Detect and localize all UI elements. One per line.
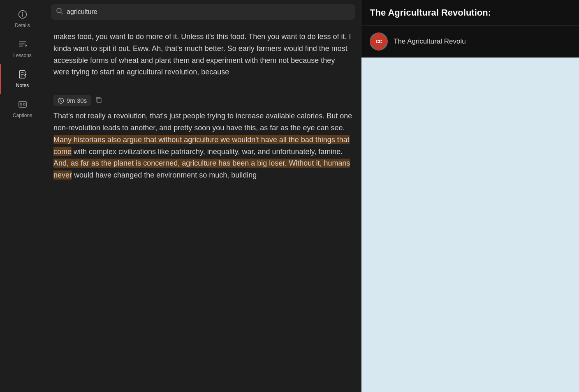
right-panel-header: The Agricultural Revolution: [361, 0, 579, 26]
cc-text: CC [376, 39, 382, 44]
svg-rect-13 [23, 104, 25, 105]
main-content: makes food, you want to do more of it. U… [45, 0, 361, 392]
sidebar-item-notes[interactable]: Notes [0, 64, 45, 94]
highlighted-text: Many historians also argue that without … [53, 135, 350, 156]
captions-label: Captions [13, 113, 32, 118]
svg-line-18 [61, 101, 62, 101]
highlighted-text-2: And, as far as the planet is concerned, … [53, 159, 350, 180]
lessons-label: Lessons [13, 53, 32, 58]
search-icon [56, 7, 63, 16]
note-text-2: That's not really a revolution, that's j… [53, 110, 353, 181]
svg-rect-3 [19, 42, 26, 42]
timestamp-row: 9m 30s [53, 95, 353, 106]
svg-marker-6 [25, 44, 27, 47]
svg-rect-12 [20, 104, 22, 105]
sidebar: Details Lessons Notes [0, 0, 45, 392]
right-panel-content [361, 58, 579, 392]
timestamp-value: 9m 30s [67, 97, 87, 104]
video-channel-name: The Agricultural Revolu [394, 37, 466, 46]
details-label: Details [15, 23, 30, 28]
search-input-wrapper [51, 4, 355, 20]
svg-line-15 [61, 12, 63, 14]
svg-rect-5 [19, 46, 23, 46]
notes-label: Notes [16, 83, 29, 88]
channel-avatar-inner: CC [370, 32, 388, 51]
copy-icon[interactable] [95, 96, 102, 105]
lessons-icon [18, 40, 27, 50]
channel-avatar: CC [370, 32, 388, 51]
svg-rect-4 [19, 44, 25, 44]
search-bar [45, 0, 361, 24]
sidebar-item-lessons[interactable]: Lessons [0, 34, 45, 64]
video-thumbnail-area[interactable]: CC The Agricultural Revolu [361, 26, 579, 58]
right-panel: The Agricultural Revolution: CC The Agri… [361, 0, 579, 392]
cc-badge: CC [370, 32, 388, 51]
sidebar-item-captions[interactable]: Captions [0, 94, 45, 124]
notes-content[interactable]: makes food, you want to do more of it. U… [45, 24, 361, 392]
captions-icon [18, 100, 27, 110]
svg-rect-19 [97, 98, 101, 103]
timestamp-badge[interactable]: 9m 30s [53, 95, 91, 106]
note-block-1: makes food, you want to do more of it. U… [45, 24, 361, 85]
sidebar-item-details[interactable]: Details [0, 4, 45, 34]
svg-point-2 [22, 12, 23, 13]
right-panel-title: The Agricultural Revolution: [370, 7, 491, 18]
details-icon [18, 10, 27, 20]
note-block-2: 9m 30s That's not really a revolution, t… [45, 85, 361, 188]
note-text-1: makes food, you want to do more of it. U… [53, 31, 353, 78]
search-input[interactable] [67, 8, 350, 16]
clock-icon [58, 97, 64, 104]
notes-icon [18, 70, 27, 80]
